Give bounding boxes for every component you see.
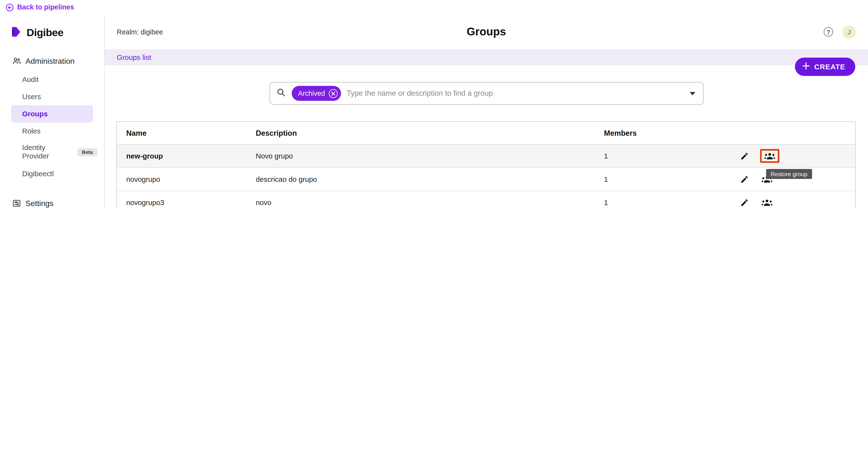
group-name: novogrupo3: [117, 198, 256, 207]
sidebar-item-users[interactable]: Users: [0, 88, 104, 105]
logo-text: Digibee: [27, 27, 63, 39]
edit-group-button[interactable]: [738, 150, 750, 162]
edit-group-button[interactable]: [738, 173, 750, 185]
remove-filter-icon[interactable]: [329, 89, 338, 98]
page-title: Groups: [467, 25, 506, 38]
sidebar: Digibee Administration Audit Users Group…: [0, 14, 104, 208]
nav-section-label: Administration: [25, 57, 74, 65]
group-description: Novo grupo: [256, 152, 604, 160]
nav-header-administration: Administration: [0, 57, 104, 65]
nav-section-administration: Administration Audit Users Groups Roles …: [0, 57, 104, 182]
group-description: novo: [256, 198, 604, 207]
sidebar-item-audit[interactable]: Audit: [0, 71, 104, 88]
table-row[interactable]: new-group Novo grupo 1 Restore group: [117, 145, 855, 168]
search-input[interactable]: [347, 89, 684, 97]
column-header-members: Members: [604, 129, 738, 137]
avatar[interactable]: J: [843, 25, 856, 38]
main-content: Realm: digibee Groups ? J Groups list CR…: [104, 14, 868, 208]
group-members-count: 1: [604, 152, 738, 160]
column-header-name: Name: [117, 129, 256, 137]
group-members-count: 1: [604, 175, 738, 183]
create-button[interactable]: CREATE: [795, 58, 855, 76]
sidebar-item-digibeectl[interactable]: Digibeectl: [0, 165, 104, 182]
restore-group-button[interactable]: [760, 197, 774, 208]
help-icon[interactable]: ?: [824, 27, 833, 37]
chevron-down-icon[interactable]: [689, 92, 695, 95]
settings-icon: [12, 199, 21, 208]
table-row[interactable]: novogrupo3 novo 1: [117, 191, 855, 208]
plus-icon: [802, 62, 810, 71]
row-actions: Restore group: [738, 149, 855, 163]
header-actions: ? J: [824, 25, 856, 38]
groups-table: Name Description Members new-group Novo …: [116, 121, 856, 208]
back-link-label: Back to pipelines: [17, 3, 74, 11]
group-name: novogrupo: [117, 175, 256, 183]
topbar: Back to pipelines: [0, 0, 868, 14]
realm-label: Realm: digibee: [117, 28, 163, 36]
group-name: new-group: [117, 152, 256, 160]
group-description: descricao do grupo: [256, 175, 604, 183]
sidebar-item-identity-provider[interactable]: Identity Provider Beta: [0, 140, 104, 165]
beta-badge: Beta: [78, 148, 97, 156]
search-row: Archived: [104, 82, 868, 105]
chip-label: Archived: [298, 89, 325, 97]
group-members-count: 1: [604, 198, 738, 207]
create-button-label: CREATE: [814, 62, 845, 71]
archived-filter-chip[interactable]: Archived: [291, 86, 341, 101]
table-header: Name Description Members: [117, 122, 855, 145]
back-arrow-icon: [6, 3, 14, 11]
nav-section-label: Settings: [25, 199, 54, 208]
tab-groups-list[interactable]: Groups list: [117, 53, 151, 61]
sidebar-item-label: Identity Provider: [22, 144, 73, 160]
table-row[interactable]: novogrupo descricao do grupo 1: [117, 168, 855, 191]
row-actions: [738, 197, 855, 208]
subbar: Groups list: [104, 49, 868, 65]
digibee-logo-icon: [10, 25, 23, 40]
nav-section-settings: Settings Globals Accounts Consumers (API…: [0, 199, 104, 208]
nav-header-settings: Settings: [0, 199, 104, 208]
app-root: Back to pipelines Digibee Administration: [0, 0, 868, 208]
restore-group-tooltip: Restore group: [766, 169, 812, 179]
digibee-logo[interactable]: Digibee: [0, 21, 104, 44]
administration-icon: [12, 57, 21, 65]
search-icon: [276, 87, 286, 99]
main-header: Realm: digibee Groups ? J: [104, 14, 868, 49]
restore-group-button[interactable]: Restore group: [760, 149, 779, 163]
edit-group-button[interactable]: [738, 197, 750, 208]
column-header-description: Description: [256, 129, 604, 137]
back-to-pipelines-link[interactable]: Back to pipelines: [6, 3, 74, 11]
search-box: Archived: [269, 82, 703, 105]
sidebar-item-groups[interactable]: Groups: [11, 105, 93, 122]
sidebar-item-roles[interactable]: Roles: [0, 122, 104, 140]
